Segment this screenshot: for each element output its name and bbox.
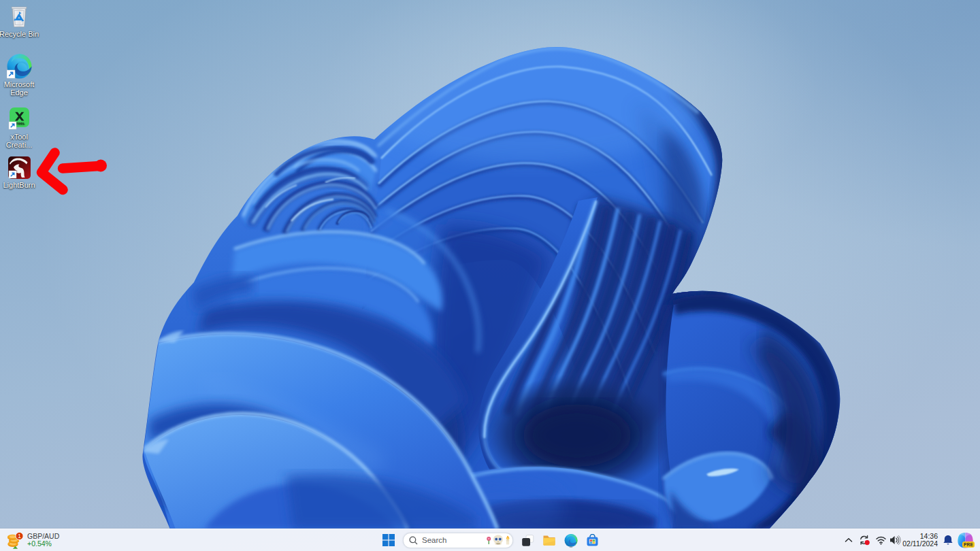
svg-text:1: 1 <box>18 533 21 539</box>
